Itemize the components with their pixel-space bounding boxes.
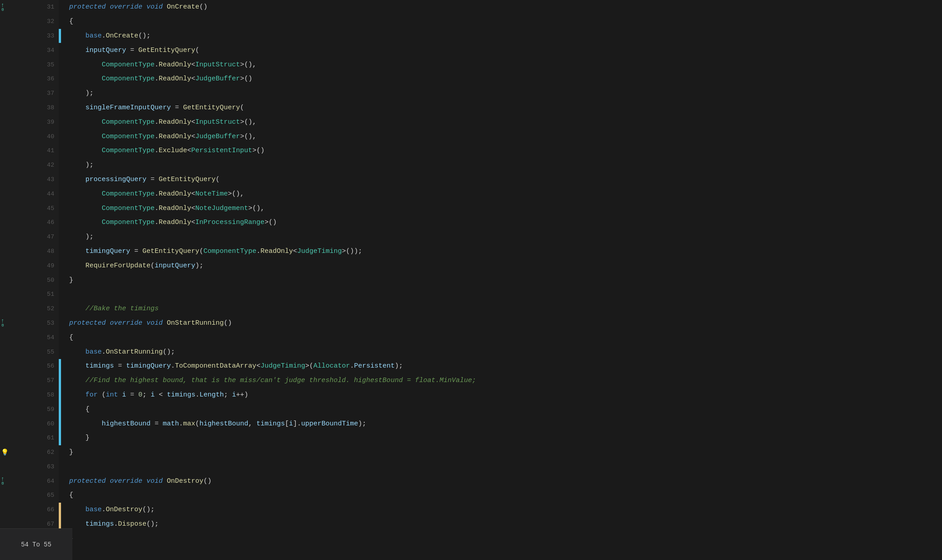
line-number: 62 [47, 449, 54, 456]
token: JudgeBuffer [195, 133, 240, 140]
token: max [183, 420, 195, 428]
token: = [130, 247, 142, 255]
token: upperBoundTime [301, 420, 358, 428]
token: OnDestroy [167, 477, 203, 485]
token: timings [85, 520, 114, 528]
token: timingQuery [126, 362, 171, 370]
token: . [155, 190, 159, 198]
arrow-up-icon[interactable]: ↑0 [1, 318, 5, 328]
token: ++) [236, 391, 248, 399]
token: (); [138, 32, 151, 40]
token: >(), [240, 118, 256, 126]
line-row: 67 timings.Dispose(); [0, 517, 942, 532]
gutter-cell: 41 [0, 144, 59, 158]
token: Exclude [159, 147, 187, 154]
line-number: 34 [47, 47, 54, 54]
arrow-up-icon[interactable]: ↑0 [1, 476, 5, 486]
code-cell: base.OnDestroy(); [61, 503, 942, 517]
token: base [85, 506, 102, 513]
line-row: 33 base.OnCreate(); [0, 29, 942, 43]
token: . [114, 520, 118, 528]
token: . [350, 362, 354, 370]
token [69, 420, 102, 428]
token: ComponentType [102, 205, 155, 212]
token: ); [69, 89, 94, 97]
token: RequireForUpdate [85, 262, 151, 270]
bulb-icon[interactable]: 💡 [1, 448, 9, 456]
code-cell: { [61, 402, 942, 416]
line-number: 38 [47, 104, 54, 111]
token: } [69, 276, 73, 284]
token: timings [85, 362, 114, 370]
token: . [155, 133, 159, 140]
code-cell: //Bake the timings [61, 302, 942, 316]
line-number: 47 [47, 233, 54, 240]
token: protected override void [69, 477, 167, 485]
token: ); [395, 362, 403, 370]
token: ComponentType [102, 61, 155, 69]
token: >(), [248, 205, 264, 212]
gutter-cell: 51 [0, 287, 59, 302]
token: ); [195, 262, 203, 270]
gutter-cell: 47 [0, 230, 59, 244]
token: >(), [228, 190, 244, 198]
line-row: 38 singleFrameInputQuery = GetEntityQuer… [0, 101, 942, 115]
token [69, 118, 102, 126]
line-number: 43 [47, 176, 54, 183]
token [69, 32, 85, 40]
line-row: 60 highestBound = math.max(highestBound,… [0, 416, 942, 431]
token: Allocator [313, 362, 350, 370]
gutter-cell: ↑031 [0, 0, 59, 14]
token: highestBound [102, 420, 151, 428]
token: Dispose [118, 520, 146, 528]
code-cell: ComponentType.ReadOnly<InputStruct>(), [61, 115, 942, 129]
token: ( [195, 420, 199, 428]
token: >(), [240, 61, 256, 69]
token: () [199, 3, 207, 11]
code-cell: protected override void OnDestroy() [61, 474, 942, 488]
line-number: 31 [47, 4, 54, 10]
code-cell: protected override void OnStartRunning() [61, 316, 942, 331]
token: [ [285, 420, 289, 428]
token: processingQuery [85, 176, 146, 183]
code-cell: ComponentType.ReadOnly<InProcessingRange… [61, 215, 942, 230]
gutter-cell: 44 [0, 187, 59, 201]
token: inputQuery [85, 47, 126, 54]
token: >()); [342, 247, 362, 255]
token: highestBound [199, 420, 248, 428]
token: (); [146, 520, 159, 528]
token [69, 61, 102, 69]
arrow-up-icon[interactable]: ↑0 [1, 2, 5, 12]
token: = [151, 420, 163, 428]
token [69, 262, 85, 270]
token: PersistentInput [191, 147, 252, 154]
token: i [289, 420, 293, 428]
line-number: 67 [47, 521, 54, 527]
token: . [256, 247, 260, 255]
token: InputStruct [195, 118, 240, 126]
gutter-cell: 57 [0, 373, 59, 388]
token: () [224, 319, 232, 327]
token: timingQuery [85, 247, 130, 255]
line-number: 33 [47, 33, 54, 39]
token [69, 133, 102, 140]
code-cell: { [61, 330, 942, 345]
line-row: 55 base.OnStartRunning(); [0, 345, 942, 359]
token [69, 176, 85, 183]
token: . [155, 205, 159, 212]
token [69, 190, 102, 198]
line-number: 54 [47, 334, 54, 341]
gutter-cell: 56 [0, 359, 59, 373]
token [69, 147, 102, 154]
line-row: 47 ); [0, 230, 942, 244]
token: OnStartRunning [106, 348, 163, 356]
code-cell: singleFrameInputQuery = GetEntityQuery( [61, 101, 942, 115]
line-number: 58 [47, 392, 54, 398]
line-number: 57 [47, 377, 54, 384]
token: ReadOnly [159, 205, 191, 212]
token: = [114, 362, 126, 370]
gutter-cell: 38 [0, 101, 59, 115]
token: ); [69, 233, 94, 241]
token: { [69, 406, 89, 413]
token: OnCreate [106, 32, 138, 40]
